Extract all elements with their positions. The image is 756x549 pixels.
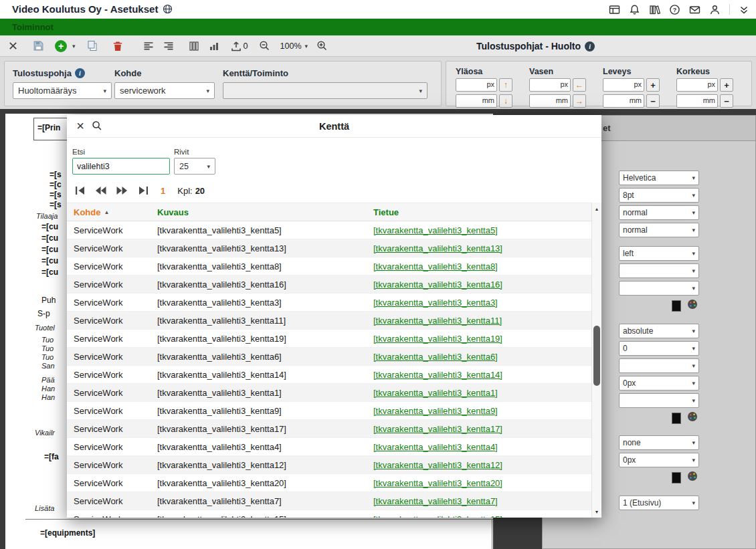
search-icon[interactable] (92, 120, 102, 131)
record-link[interactable]: [tkvarakentta_valilehti3_kentta14] (373, 370, 502, 380)
record-link[interactable]: [tkvarakentta_valilehti3_kentta3] (373, 298, 498, 308)
template-field-fragment[interactable]: =[cu (41, 267, 58, 277)
template-select[interactable]: Huoltomääräys ▾ (13, 82, 112, 99)
pager-next-button[interactable] (114, 185, 130, 197)
color-swatch[interactable] (672, 413, 681, 424)
template-text-fragment[interactable]: Tuo (41, 336, 54, 344)
border-width-select[interactable]: 0px▾ (619, 453, 699, 467)
close-button[interactable] (4, 37, 21, 55)
template-field-fragment[interactable]: =[s (50, 200, 62, 209)
template-field-fragment[interactable]: =[cu (41, 245, 58, 254)
upload-button[interactable]: 0 (231, 37, 248, 55)
font-style-select[interactable]: normal▾ (619, 223, 699, 237)
copy-button[interactable] (84, 37, 101, 55)
template-text-fragment[interactable]: Pää (41, 376, 55, 384)
template-field-fragment[interactable]: =[cu (41, 222, 58, 231)
pager-first-button[interactable] (72, 185, 88, 197)
template-text-fragment[interactable]: Tuo (41, 353, 54, 361)
scroll-up-button[interactable]: ▲ (592, 204, 601, 213)
font-size-select[interactable]: 8pt▾ (619, 188, 699, 203)
align-left-icon[interactable] (140, 37, 157, 55)
height-increase-button[interactable]: + (720, 78, 733, 92)
text-align-select[interactable]: left▾ (619, 246, 699, 261)
template-text-fragment[interactable]: San (41, 362, 55, 370)
menu-toiminnot[interactable]: Toiminnot (12, 22, 54, 32)
pager-prev-button[interactable] (93, 185, 109, 197)
record-link[interactable]: [tkvarakentta_valilehti3_kentta9] (373, 406, 498, 416)
template-text-fragment[interactable]: Tuo (41, 344, 54, 352)
palette-icon[interactable] (687, 471, 698, 484)
template-text-fragment[interactable]: Han (41, 393, 55, 401)
property-select-1[interactable]: ▾ (619, 263, 699, 278)
add-button[interactable]: + ▾ (55, 37, 76, 55)
color-swatch[interactable] (672, 300, 681, 312)
move-left-button[interactable]: ← (573, 78, 586, 92)
library-books-icon[interactable] (649, 4, 660, 15)
template-field-fragment[interactable]: =[c (50, 180, 62, 189)
font-weight-select[interactable]: normal▾ (619, 205, 699, 220)
property-select-3[interactable]: ▾ (619, 358, 699, 373)
record-link[interactable]: [tkvarakentta_valilehti3_kentta13] (373, 243, 502, 253)
notifications-bell-icon[interactable] (629, 4, 640, 15)
record-link[interactable]: [tkvarakentta_valilehti3_kentta19] (373, 334, 502, 344)
record-link[interactable]: [tkvarakentta_valilehti3_kentta1] (373, 388, 498, 398)
zoom-in-button[interactable] (313, 37, 330, 55)
equipments-field[interactable]: =[equipments] (40, 528, 95, 538)
record-link[interactable]: [tkvarakentta_valilehti3_kentta7] (373, 496, 498, 506)
modal-close-button[interactable]: × (72, 118, 88, 134)
property-select-2[interactable]: ▾ (619, 281, 699, 296)
template-field-fragment[interactable]: =[s (50, 170, 62, 179)
column-header-tietue[interactable]: Tietue (367, 207, 591, 217)
scroll-down-button[interactable]: ▼ (592, 507, 601, 516)
z-index-select[interactable]: 0▾ (619, 341, 699, 356)
delete-button[interactable] (109, 37, 126, 55)
page-select[interactable]: 1 (Etusivu)▾ (619, 496, 699, 510)
template-text-fragment[interactable]: Puh (41, 296, 56, 305)
pager-last-button[interactable] (134, 185, 151, 197)
collapse-double-chevron-icon[interactable] (739, 5, 749, 15)
record-link[interactable]: [tkvarakentta_valilehti3_kentta4] (373, 442, 498, 452)
record-link[interactable]: [tkvarakentta_valilehti3_kentta16] (373, 280, 502, 290)
palette-icon[interactable] (687, 411, 698, 425)
record-link[interactable]: [tkvarakentta_valilehti3_kentta5] (373, 225, 498, 235)
template-field-fragment[interactable]: =[fa (44, 452, 59, 461)
property-select-5[interactable]: ▾ (619, 393, 699, 408)
align-right-icon[interactable] (160, 37, 177, 55)
width-increase-button[interactable]: + (646, 78, 660, 92)
target-select[interactable]: servicework ▾ (114, 82, 215, 99)
help-icon[interactable]: ? (669, 4, 680, 15)
record-link[interactable]: [tkvarakentta_valilehti3_kentta12] (373, 460, 502, 470)
modal-scrollbar[interactable]: ▲ ▼ (591, 203, 601, 518)
zoom-out-button[interactable] (256, 37, 274, 55)
position-select[interactable]: absolute▾ (619, 324, 699, 338)
template-field-fragment[interactable]: =[Prin (37, 123, 60, 132)
record-link[interactable]: [tkvarakentta_valilehti3_kentta6] (373, 352, 498, 362)
record-link[interactable]: [tkvarakentta_valilehti3_kentta20] (373, 478, 502, 488)
move-down-button[interactable]: ↓ (499, 94, 512, 108)
scroll-thumb[interactable] (593, 326, 600, 386)
template-text-fragment[interactable]: Han (41, 385, 55, 393)
record-link[interactable]: [tkvarakentta_valilehti3_kentta17] (373, 424, 502, 434)
column-header-kohde[interactable]: Kohde ▲ (67, 207, 151, 217)
record-link[interactable]: [tkvarakentta_valilehti3_kentta11] (373, 316, 502, 326)
border-style-select[interactable]: none▾ (619, 435, 699, 450)
columns-icon[interactable] (185, 37, 203, 55)
page-number[interactable]: 1 (161, 186, 165, 196)
record-link[interactable]: [tkvarakentta_valilehti3_kentta8] (373, 261, 498, 271)
save-icon[interactable] (29, 37, 47, 55)
zoom-level-select[interactable]: 100% ▾ (276, 38, 312, 54)
font-family-select[interactable]: Helvetica▾ (619, 171, 699, 185)
rows-per-page-select[interactable]: 25 ▾ (174, 158, 215, 175)
info-icon[interactable]: i (75, 68, 85, 78)
search-input[interactable] (72, 158, 170, 175)
user-icon[interactable] (709, 4, 721, 15)
record-link[interactable]: [tkvarakentta_valilehti3_kentta15] (373, 514, 502, 518)
column-header-kuvaus[interactable]: Kuvaus (151, 207, 367, 217)
info-icon[interactable]: i (585, 41, 595, 51)
template-field-fragment[interactable]: =[cu (41, 256, 58, 265)
move-up-button[interactable]: ↑ (499, 78, 512, 92)
bar-chart-icon[interactable] (205, 37, 223, 55)
template-field-fragment[interactable]: =[s (50, 190, 62, 199)
property-select-4[interactable]: 0px▾ (619, 376, 699, 391)
color-swatch[interactable] (672, 472, 681, 483)
